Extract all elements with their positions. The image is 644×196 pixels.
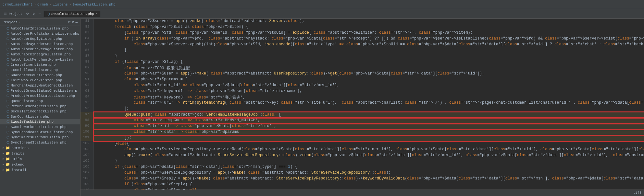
sidebar-file-label: SyncBroadcastStatusListen.php [11,130,73,134]
line-number: 81 [80,19,93,25]
sidebar-item[interactable]: ⬡SyncBroadcastStatusListen.php [0,130,80,135]
sidebar-item[interactable]: ⬡SwooleWorkerExitListen.php [0,124,80,130]
folder-label: services [11,146,29,150]
sidebar-item[interactable]: ⬡RefundOrderAgreeListen.php [0,104,80,109]
breadcrumb-listens[interactable]: listens [53,3,68,6]
breadcrumb-file[interactable]: SwooleTaskListen.php [72,3,115,6]
line-content[interactable]: } [93,54,644,60]
sidebar-item[interactable]: ⬡MerchantApplyMentsCheckListen. [0,83,80,88]
sidebar-item[interactable]: ⬡SyncSpreadStatusListen.php [0,140,80,145]
project-label[interactable]: ☰ Project [3,11,24,17]
sidebar-header: Project ▾ ⟳ ⚙ — [0,19,80,26]
line-number: 109 [80,182,93,188]
tab-label: SwooleTaskListen.php [51,12,94,16]
sidebar-item[interactable]: ⬡AutoUnlockBrokerageListen.php [0,47,80,52]
sidebar-files: ⬡AutoClearIntegralListen.php⬡AutoOrderPr… [0,26,80,145]
sidebar-item[interactable]: ⬡SeckillTimeCheckListen.php [0,109,80,114]
line-content[interactable]: foreach (class="php-var">$lst as class="… [93,25,644,30]
line-content[interactable]: if (!class="php-var">$flag) { [93,60,644,65]
line-number: 88 [80,60,93,65]
sync-icon[interactable]: ⟳ [25,11,30,17]
folder-label: extend [11,163,24,167]
file-icon: ⬡ [6,104,9,108]
line-content[interactable]: } [93,159,644,165]
line-content[interactable]: class="str">'mer_id' => class="php-var">… [93,83,644,89]
line-content[interactable]: class="php-var">$log = null; [93,188,644,190]
sidebar-folder-utils[interactable]: ▶📁utils [0,156,80,162]
encoding-label: utf8 [634,191,641,195]
line-number: 93 [80,89,93,95]
line-content[interactable]: } [93,48,644,54]
line-content[interactable]: class="php-var">$server->push((int)class… [93,42,644,48]
sidebar-item[interactable]: ⬡ExcelFileDelListen.php [0,67,80,73]
line-content[interactable]: ]); [93,135,644,141]
sidebar-item[interactable]: ⬡SumCountListen.php [0,114,80,119]
file-icon: ⬡ [6,84,9,87]
sidebar-folder-extend[interactable]: ▶📁extend [0,162,80,167]
sidebar-item[interactable]: ⬡AutoOrderReplyListen.php [0,36,80,41]
line-content[interactable]: class="php-var">$serviceLogRepository->s… [93,147,644,153]
editor-content[interactable]: 81 class="php-var">$server = app()->make… [80,19,644,190]
line-content[interactable]: }else{ [93,141,644,147]
line-content[interactable]: class="str">'data' => class="php-var">$p… [93,130,644,135]
line-content[interactable]: class="php-var">$params = [ [93,77,644,83]
sidebar-item[interactable]: ⬡QueueListen.php [0,98,80,104]
line-content[interactable]: class="str">'id' => class="php-var">$dat… [93,124,644,130]
minimize-icon[interactable]: — [37,11,42,16]
line-content[interactable]: class="php-var">$server = app()->make( c… [93,19,644,25]
line-content[interactable]: class="str">'tempCode' => class="str">'S… [93,118,644,124]
sidebar-item[interactable]: ⬡InitSwooleLockListen.php [0,78,80,83]
sidebar-folder-install[interactable]: ▶📁install [0,167,80,173]
sidebar: Project ▾ ⟳ ⚙ — ⬡AutoClearIntegralListen… [0,19,80,196]
file-icon: ⬡ [6,47,9,51]
sidebar-item[interactable]: ⬡AutoUnlockMerchantMoneyListen [0,57,80,62]
chevron-right-icon: ▶ [3,168,4,172]
file-icon: ⬡ [6,68,9,72]
sidebar-settings-icon[interactable]: ⚙ [72,20,74,24]
sidebar-item[interactable]: ⬡SyncSmsResultCodeListen.php [0,135,80,140]
line-content[interactable]: class="str">'url' => rtrim(systemConfig(… [93,100,644,106]
sidebar-item[interactable]: ⬡CreateTimerListen.php [0,62,80,67]
sidebar-item[interactable]: ⬡ProductGroupStatusCheckListen.p [0,88,80,93]
sidebar-folder-services[interactable]: ▶📁services [0,145,80,151]
line-number: 99 [80,124,93,130]
line-content[interactable]: class="str">'keyword3' => class="str">'客… [93,95,644,100]
sidebar-file-label: SeckillTimeCheckListen.php [11,110,67,113]
settings-icon[interactable]: ⚙ [31,11,36,17]
sidebar-minimize-icon[interactable]: — [75,20,78,24]
breadcrumb-crmeb[interactable]: crmeb [37,3,48,6]
line-content[interactable]: if (class="php-var">$reply) { [93,182,644,188]
line-number: 107 [80,170,93,176]
sidebar-item[interactable]: ⬡AutoClearIntegralListen.php [0,26,80,31]
chevron-right-icon: ▶ [3,163,4,166]
sidebar-sync-icon[interactable]: ⟳ [68,20,71,24]
file-tab[interactable]: ⬡ SwooleTaskListen.php × [44,11,100,17]
file-icon: ⬡ [6,78,9,82]
breadcrumb-root[interactable]: crmeb_merchant [3,3,32,6]
sidebar-item[interactable]: ⬡AutoSendPayOrderSmsListen.php [0,41,80,47]
file-icon: ⬡ [6,141,9,144]
line-content[interactable]: if (class="php-var">$data[class="str">'d… [93,165,644,170]
file-icon: ⬡ [6,115,9,119]
sidebar-item[interactable]: ⬡SwooleTaskListen.php [0,119,80,124]
code-table: 81 class="php-var">$server = app()->make… [80,19,644,190]
line-number: 106 [80,165,93,170]
line-content[interactable]: class="str">'keyword1' => class="php-var… [93,89,644,95]
sidebar-item[interactable]: ⬡AutoOrderProfitsharingListen.php [0,31,80,36]
line-content[interactable]: class="php-var">$reply = app()->make( cl… [93,176,644,182]
line-content[interactable]: Queue::push( class="abstract">job: SendT… [93,112,644,118]
line-number: 101 [80,135,93,141]
sidebar-item[interactable]: ⬡GuaranteeCountListen.php [0,73,80,78]
line-content[interactable]: ]; [93,106,644,112]
tab-close[interactable]: × [95,12,97,16]
sidebar-item[interactable]: ⬡AutoUnlockIntegralListen.php [0,52,80,57]
line-content[interactable]: if (!in_array(class="php-var">$fd, class… [93,36,644,42]
line-content[interactable]: app()->make( class="abstract">abstract: … [93,153,644,159]
sidebar-file-label: AutoUnlockIntegralListen.php [11,52,71,56]
sidebar-folder-traits[interactable]: ▶📁traits [0,151,80,156]
sidebar-item[interactable]: ⬡ProductPresellStatusListen.php [0,93,80,98]
line-content[interactable]: class="php-var">$serviceLogRepository = … [93,170,644,176]
line-content[interactable]: class="cm">//TODO 客服消息提醒 [93,65,644,71]
line-content[interactable]: [class="php-var">$fd, class="php-var">$m… [93,30,644,36]
line-content[interactable]: class="php-var">$user = app()->make( cla… [93,71,644,77]
